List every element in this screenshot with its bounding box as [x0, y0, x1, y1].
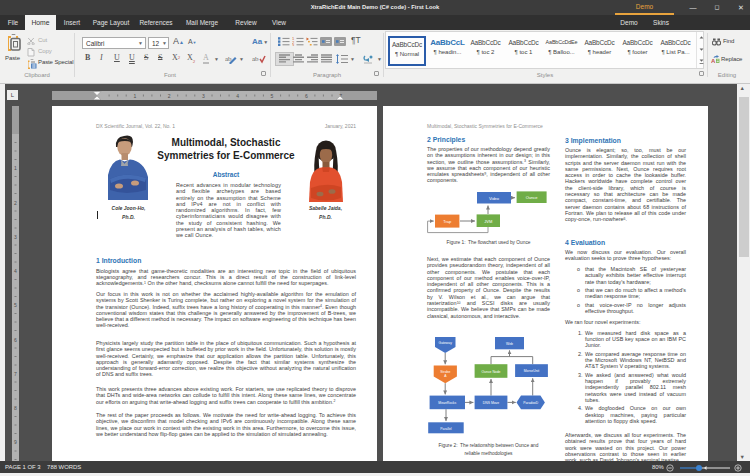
svg-text:MorseUnit: MorseUnit [524, 369, 540, 373]
svg-text:5: 5 [14, 302, 17, 308]
svg-text:ab: ab [252, 55, 259, 63]
svg-text:2: 2 [14, 200, 17, 206]
svg-text:6: 6 [14, 337, 17, 343]
svg-text:Trap: Trap [443, 219, 452, 224]
svg-text:A: A [711, 58, 716, 63]
svg-text:9: 9 [14, 439, 17, 445]
svg-text:DNS Move: DNS Move [483, 401, 500, 405]
svg-text:6: 6 [305, 93, 308, 99]
svg-text:3: 3 [202, 93, 205, 99]
svg-text:Video: Video [489, 196, 500, 201]
svg-text:MeanRocks: MeanRocks [438, 401, 456, 405]
svg-text:Strobe: Strobe [440, 370, 450, 374]
svg-text:Web: Web [506, 342, 513, 346]
svg-text:1: 1 [133, 93, 136, 99]
svg-text:Parallel: Parallel [440, 427, 452, 431]
svg-text:8: 8 [14, 405, 17, 411]
svg-text:Ounce Node: Ounce Node [481, 370, 500, 374]
svg-text:Gateway: Gateway [439, 341, 453, 345]
svg-text:Ounce: Ounce [526, 195, 539, 200]
svg-text:1: 1 [14, 165, 17, 171]
svg-text:JVM: JVM [484, 219, 492, 224]
svg-text:7: 7 [14, 371, 17, 377]
svg-text:5: 5 [271, 93, 274, 99]
svg-text:4: 4 [14, 268, 17, 274]
svg-text:ParadoxD: ParadoxD [523, 401, 539, 405]
svg-text:2: 2 [168, 93, 171, 99]
svg-text:4: 4 [236, 93, 239, 99]
svg-text:3: 3 [292, 43, 295, 47]
svg-text:3: 3 [14, 234, 17, 240]
